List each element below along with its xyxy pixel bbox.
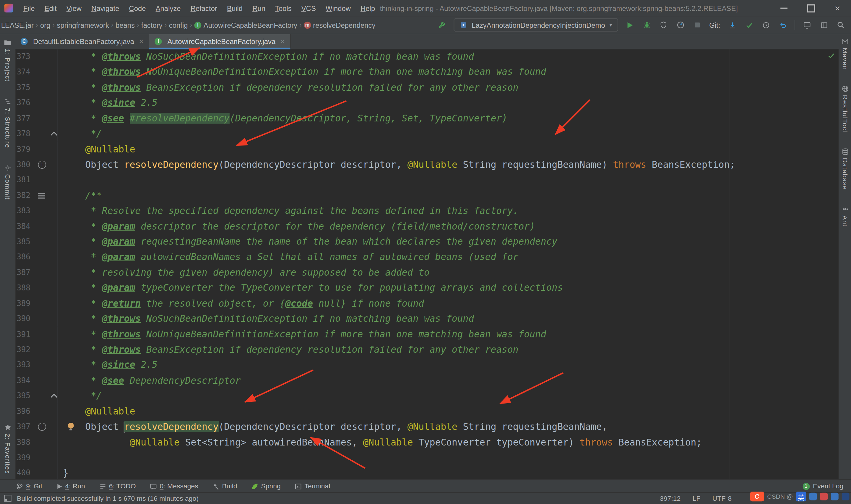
ime-tool-icon[interactable] (820, 493, 828, 501)
menu-file[interactable]: File (18, 4, 40, 13)
ime-tool-icon[interactable] (809, 493, 817, 501)
menu-view[interactable]: View (61, 4, 86, 13)
tool-button-maven[interactable]: Maven (841, 38, 849, 70)
code-line-397[interactable]: 397↑ Object resolveDependency(Dependency… (15, 419, 839, 434)
line-ending[interactable]: LF (693, 494, 701, 502)
breadcrumb-item-config[interactable]: config (169, 21, 188, 29)
code-line-392[interactable]: 392 * @throws BeansException if dependen… (15, 342, 839, 357)
menu-window[interactable]: Window (321, 4, 356, 13)
run-configuration-select[interactable]: LazyAnnotationDependencyInjectionDemo ▼ (454, 18, 618, 31)
event-log-button[interactable]: 1 Event Log (802, 482, 843, 490)
code-line-398[interactable]: 398 @Nullable Set<String> autowiredBeanN… (15, 434, 839, 450)
menu-analyze[interactable]: Analyze (151, 4, 185, 13)
toolwindow-button-build[interactable]: Build (212, 482, 237, 490)
code-line-376[interactable]: 376 * @since 2.5 (15, 95, 839, 110)
minimize-icon[interactable] (780, 8, 787, 9)
code-line-396[interactable]: 396 @Nullable (15, 403, 839, 419)
breadcrumb-item-springframework[interactable]: springframework (57, 21, 109, 29)
ime-tool-icon[interactable] (842, 493, 850, 501)
code-line-393[interactable]: 393 * @since 2.5 (15, 357, 839, 373)
fold-collapse-icon[interactable] (51, 394, 57, 400)
wrench-icon[interactable] (437, 20, 447, 30)
coverage-button[interactable] (659, 20, 668, 30)
code-line-394[interactable]: 394 * @see DependencyDescriptor (15, 373, 839, 388)
code-line-386[interactable]: 386 * @param autowiredBeanNames a Set th… (15, 249, 839, 265)
toolwindow-button-spring[interactable]: Spring (251, 482, 280, 490)
vcs-commit-icon[interactable] (744, 20, 754, 30)
code-line-373[interactable]: 373 * @throws NoSuchBeanDefinitionExcept… (15, 49, 839, 64)
file-encoding[interactable]: UTF-8 (712, 494, 731, 502)
breadcrumb-item-lease-jar[interactable]: LEASE.jar (1, 21, 34, 29)
code-line-380[interactable]: 380↑ Object resolveDependency(Dependency… (15, 157, 839, 172)
toolwindow-button-todo[interactable]: 6: TODO (99, 482, 136, 490)
breadcrumb-item-autowirecapablebeanfactory[interactable]: IAutowireCapableBeanFactory (195, 21, 297, 29)
menu-edit[interactable]: Edit (40, 4, 61, 13)
tool-button-2-favorites[interactable]: 2: Favorites (4, 424, 12, 474)
close-icon[interactable]: × (835, 3, 840, 13)
terminal-run-icon[interactable] (802, 20, 812, 30)
menu-build[interactable]: Build (222, 4, 247, 13)
rollback-icon[interactable] (778, 20, 787, 30)
code-line-385[interactable]: 385 * @param requestingBeanName the name… (15, 234, 839, 249)
menu-code[interactable]: Code (124, 4, 151, 13)
search-icon[interactable] (836, 20, 846, 30)
ime-tool-icon[interactable] (831, 493, 838, 501)
code-line-374[interactable]: 374 * @throws NoUniqueBeanDefinitionExce… (15, 65, 839, 80)
debug-button[interactable] (642, 20, 652, 30)
toolwindow-button-messages[interactable]: 0: Messages (150, 482, 198, 490)
code-editor[interactable]: 373 * @throws NoSuchBeanDefinitionExcept… (15, 49, 839, 480)
code-line-384[interactable]: 384 * @param descriptor the descriptor f… (15, 219, 839, 234)
code-line-381[interactable]: 381 (15, 172, 839, 187)
toolwindow-button-terminal[interactable]: Terminal (295, 482, 330, 490)
layout-icon[interactable] (819, 20, 829, 30)
toolwindow-button-git[interactable]: 9: Git (16, 482, 42, 490)
breadcrumb-item-org[interactable]: org (40, 21, 51, 29)
menu-navigate[interactable]: Navigate (87, 4, 124, 13)
caret-position[interactable]: 397:12 (660, 494, 681, 502)
code-line-395[interactable]: 395 */ (15, 388, 839, 403)
menu-tools[interactable]: Tools (270, 4, 297, 13)
code-line-375[interactable]: 375 * @throws BeansException if dependen… (15, 80, 839, 95)
tab-close-icon[interactable]: × (280, 37, 285, 46)
code-line-399[interactable]: 399 (15, 450, 839, 465)
code-line-383[interactable]: 383 * Resolve the specified dependency a… (15, 203, 839, 218)
toolwindow-button-run[interactable]: 4: Run (56, 482, 85, 490)
history-icon[interactable] (761, 20, 771, 30)
tool-button-database[interactable]: Database (841, 148, 849, 190)
code-line-400[interactable]: 400} (15, 465, 839, 480)
code-line-391[interactable]: 391 * @throws NoUniqueBeanDefinitionExce… (15, 326, 839, 342)
fold-collapse-icon[interactable] (51, 131, 57, 138)
menu-refactor[interactable]: Refactor (185, 4, 222, 13)
code-line-382[interactable]: 382 /** (15, 187, 839, 203)
ime-indicator[interactable]: 英 (796, 491, 806, 501)
tool-button-commit[interactable]: Commit (4, 164, 12, 200)
tool-button-ant[interactable]: Ant (841, 205, 849, 227)
code-line-390[interactable]: 390 * @throws NoSuchBeanDefinitionExcept… (15, 311, 839, 326)
tool-button-7-structure[interactable]: 7: Structure (4, 98, 12, 148)
breadcrumb-item-resolvedependency[interactable]: mresolveDependency (304, 21, 375, 29)
menu-help[interactable]: Help (356, 4, 380, 13)
inspections-status-icon[interactable] (828, 51, 835, 61)
profiler-button[interactable] (675, 20, 685, 30)
run-button[interactable] (625, 20, 635, 30)
toolwindow-toggle-icon[interactable] (4, 495, 12, 502)
tool-button-1-project[interactable]: 1: Project (4, 39, 12, 82)
code-line-387[interactable]: 387 * resolving the given dependency) ar… (15, 265, 839, 280)
maximize-icon[interactable] (807, 4, 815, 13)
tab-close-icon[interactable]: × (139, 37, 144, 46)
code-line-379[interactable]: 379 @Nullable (15, 142, 839, 157)
menu-vcs[interactable]: VCS (296, 4, 321, 13)
editor-tab-defaultlistablebeanfactory-java[interactable]: CDefaultListableBeanFactory.java× (15, 34, 149, 49)
breadcrumb-item-factory[interactable]: factory (141, 21, 163, 29)
gutter-list-icon[interactable] (38, 193, 45, 194)
tool-button-restfultool[interactable]: RestfulTool (841, 85, 849, 133)
code-line-377[interactable]: 377 * @see #resolveDependency(Dependency… (15, 110, 839, 126)
stop-button[interactable] (692, 20, 702, 30)
code-line-378[interactable]: 378 */ (15, 126, 839, 141)
code-line-389[interactable]: 389 * @return the resolved object, or {@… (15, 296, 839, 311)
breadcrumb-item-beans[interactable]: beans (115, 21, 135, 29)
editor-tab-autowirecapablebeanfactory-java[interactable]: IAutowireCapableBeanFactory.java× (149, 34, 291, 49)
vcs-update-icon[interactable] (727, 20, 737, 30)
menu-run[interactable]: Run (248, 4, 270, 13)
code-line-388[interactable]: 388 * @param typeConverter the TypeConve… (15, 280, 839, 295)
